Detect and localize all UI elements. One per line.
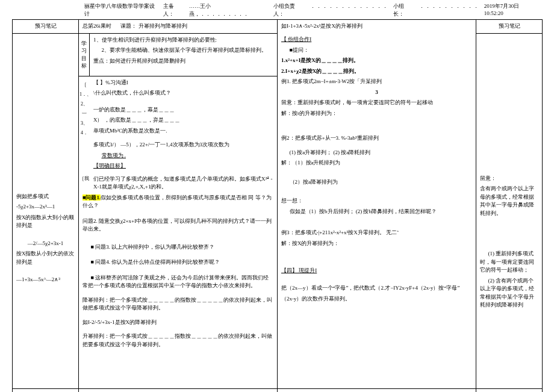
wenti2: 问题2. 随意交换χ2+x+I中各项的位置，可以得到几种不同的排列方式？请一一列… [82, 217, 273, 234]
col-main-left: 总第26i果时 课题： 升幂排列与降幂排列 [79, 20, 278, 34]
team-leader-val: ．．．．．．．．．． [419, 2, 479, 10]
r-p2: 1.x²+x+I是按X的＿＿＿＿排列。 [281, 57, 472, 65]
host-label: 主备人： [163, 2, 184, 18]
rev-q5: 多项式3/） —5），22+/一丁一1,4次项系数为3次项次数为 [93, 141, 273, 149]
rn4: (2) 含有两个或两个以上字母的多项式，经常根据其中某个字母升耗排列或降幂排列 [480, 277, 538, 310]
period: 总第26i果时 [82, 23, 111, 29]
goal1: 1、使学生相识到进行升察排列与降幂排列的必要性: [93, 36, 273, 45]
right-notes-cell: 留意： 含有两个或两个以上字母的多项式，经常根据其中某一字母升鼻或降耗排列。 (… [476, 33, 543, 388]
subject-label: 课题： [120, 23, 137, 29]
r-p7a: (1) 按a升幂排列； (2) 按a降耗排列 [281, 149, 472, 157]
grp-leader-val: ．．．．．．．．．．．．． [310, 2, 388, 10]
ln5: 按X指数从小到大的依次排列是 [16, 250, 75, 266]
r-p7c: （2）按a降幂排列为 [281, 178, 472, 187]
school-course: 丽星中学八年级数学导学案设计 [84, 2, 158, 18]
goal3: 重点：如何进行升耗排列或是降鹏排列 [93, 57, 273, 66]
r-p8a: 假如是（1）按b升后排列； (2) 按b降鼻排列，结果回怎样呢？ [281, 208, 472, 216]
shengmi: 升幂排列：把一个多项式按＿＿＿＿＿指数按＿＿＿＿＿的依次排列起来，叫做把要多项式… [82, 332, 273, 349]
wenti1: 假如交换多项式各项位置，所得到的多项式与原多项式是否相 同 等？为什么？ [82, 194, 272, 209]
col-head-right: 预习笔记 [476, 20, 543, 34]
r-p8: 想一想： [281, 197, 472, 205]
r-p5: 留意：重新排列多项式时，每一项肯定要连同它的符号一起移动 [281, 99, 472, 107]
link3: 【 份组合作I [281, 36, 311, 42]
ln4: —2/—5χ2+3x-1 [16, 240, 75, 248]
team-leader-label: 小组长： [393, 2, 414, 18]
r-p4b: 3 [281, 89, 472, 97]
r-p9a: 解：按X的升幂排列为： [281, 240, 472, 248]
rev-q3: X） ，的底数是＿＿＿，弃是＿＿＿ [93, 116, 273, 125]
rev-q6: 常数项为 . [102, 152, 126, 158]
wenti3: ■ 问题3. 以上六种排列中，你认为哪几种比较整齐？ [82, 243, 273, 252]
main-right-cell: 【 份组合作I ■提问： 1.x²+x+I是按X的＿＿＿＿排列。 2.I+x+χ… [278, 33, 476, 388]
datetime: 2019年7月30日10:52:20 [484, 2, 537, 16]
ln3: 按X的指数从大到小的顺排列是 [16, 214, 75, 230]
main-table: 预习笔记 总第26i果时 课题： 升幂排列与降幂排列 如I-1+3∧-5x²-2… [12, 19, 543, 392]
foot-m: 附 [79, 388, 278, 392]
left-notes-cell: 例如把多项式 -5χ2+3x—2x³—1 按X的指数从大到小的顺排列是 —2/—… [13, 33, 79, 388]
rev-para1: 们已经学习了多项式的概念，知道多项式是几个单项式的和。如多项式X²⁴ -X-1就… [93, 175, 273, 191]
goal2: 2、要求学生能精确、快速依据某个字母进行升幂排列或是降标排列。 [93, 46, 273, 55]
rev-title: 【 】%习沟通I [93, 79, 273, 87]
host-val: ……王小燕，．．．．．．．．． [189, 2, 269, 18]
subject: 升幂排列与降幂排列 [138, 23, 187, 29]
vnums: ［ 1．、 2、 一 3、 4． [79, 76, 90, 175]
r-p9: 例3：把多项式-|+211x²-x²+x³按X升零排列。 无二˜ [281, 229, 472, 237]
wenti4: ■ 问题4. 你认为是什么特点使得两种排列比较整齐呢？ [82, 258, 273, 267]
ln6: —1+3x—5x^—2∧³ [16, 276, 75, 284]
jiangmi: 降幂排列：把一个多项式按＿＿＿＿＿的指数按＿＿＿＿＿的依次排列起来，叫做把多项式… [82, 296, 273, 313]
wenti5: ■ 这样整齐的写法除了美观之外，还会为今后的计算带来便利。因而我们经常把一个多项… [82, 274, 273, 290]
r-p1: ■提问： [281, 46, 472, 55]
rn3: (1) 重新排列多项式时，每一项肯定要连同它的符号一起移动； [480, 250, 538, 275]
r-p3: 2.I+x+χ2是按X的＿＿＿＿排列。 [281, 67, 472, 76]
ln2: -5χ2+3x—2x³—1 [16, 203, 75, 211]
link-target: 【明确目标】 [93, 163, 126, 169]
rn2: 含有两个或两个以上字母的多项式，经常根据其中某一字母升鼻或降耗排列。 [480, 185, 538, 217]
vlabel-goals: 学习目标 [79, 34, 90, 76]
r-p0: 如I-1+3∧-5x²-2x³是按X的升幂排列 [281, 23, 363, 29]
col-head-left: 预习笔记 [13, 20, 79, 34]
ex1: 如I-2/-5/+3x-1是按X的降幂排列 [82, 319, 273, 327]
r-p7: 例2：把多项式苏+从一3. %-3ab³重新排列 [281, 134, 472, 143]
foot-r: 预习笔记 [476, 388, 543, 392]
rn1: 留意： [480, 175, 538, 183]
ln1: 例如把多项式 [16, 193, 75, 201]
r-p10: 把（2x—y）看成一个“字母”，把代数式（2.才−IY2x-yF+4（2x-y）… [281, 282, 472, 304]
main-left-cell: 学习目标 1、使学生相识到进行升察排列与降幂排列的必要性: 2、要求学生能精确、… [79, 33, 278, 388]
link4: 【四】 现提升I [281, 267, 317, 273]
r-p4: 例1. 把多项式2m−I+±m-3·W2按「升某排列 [281, 78, 472, 86]
r-p6: 解：按r的升幂排列为： [281, 110, 472, 118]
foot-m2: 页 [278, 388, 476, 392]
rev-q2: 一炉的底数是＿＿＿，幕是＿＿＿ [93, 106, 273, 114]
foot-l: 预习笔记 [13, 388, 79, 392]
col-main-right-top: 如I-1+3∧-5x²-2x³是按X的升幂排列 [278, 20, 476, 34]
rev-q1: \什么叫代数式，什么叫多项式？ [93, 89, 273, 98]
rev-q4: 单项式Mb²C的系数是次数是一. [93, 127, 273, 135]
r-p7b: 解：（1）按a升耗排列为 [281, 159, 472, 167]
wenti1-label: ■问题1. [82, 194, 101, 201]
grp-leader-label: 小组负责人： [273, 2, 305, 18]
